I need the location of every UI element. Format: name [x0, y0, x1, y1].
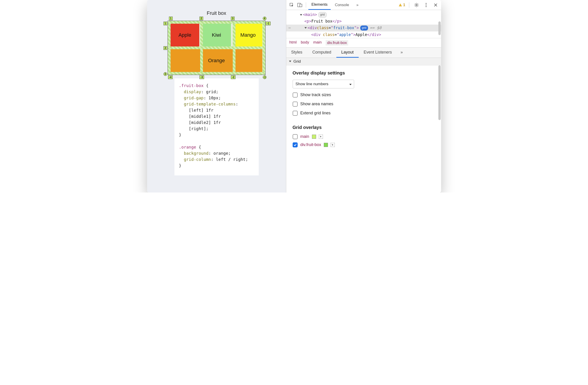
- dom-node-p[interactable]: <p>Fruit box</p>: [286, 18, 441, 25]
- cell-kiwi: Kiwi: [202, 24, 231, 46]
- checkbox[interactable]: [293, 102, 298, 107]
- checkbox-label: Show track sizes: [300, 92, 331, 97]
- grid-col-badge-neg: -1: [263, 75, 266, 79]
- crumb[interactable]: html: [290, 40, 297, 45]
- overlay-name: main: [300, 134, 309, 139]
- close-icon[interactable]: [432, 1, 439, 9]
- overlay-name: div.fruit-box: [300, 142, 321, 147]
- crumb[interactable]: body: [301, 40, 309, 45]
- tab-elements[interactable]: Elements: [308, 0, 331, 10]
- grid-badge[interactable]: grid: [318, 12, 327, 17]
- dom-tree[interactable]: <main>grid <p>Fruit box</p> ⋯ <div class…: [286, 10, 441, 38]
- scrollbar[interactable]: [438, 21, 441, 36]
- rendered-page-pane: Fruit box 1 2 3 4 1 2 3 -1 -4 -3 -2 -1: [147, 0, 286, 192]
- color-swatch[interactable]: [324, 143, 328, 147]
- grid-row-badge-neg: -1: [266, 22, 271, 25]
- reveal-icon[interactable]: [331, 143, 335, 147]
- overlay-row-fruitbox[interactable]: div.fruit-box: [293, 142, 435, 147]
- styles-subtabs: Styles Computed Layout Event Listeners »: [286, 48, 441, 58]
- crumb[interactable]: main: [313, 40, 322, 45]
- cell-apple: Apple: [170, 24, 199, 46]
- check-extend-lines[interactable]: Extend grid lines: [293, 111, 435, 116]
- grid-row-badge: 3: [164, 72, 167, 76]
- line-numbers-select[interactable]: Show line numbers: [293, 80, 354, 88]
- svg-line-10: [415, 6, 415, 6]
- dom-node-main[interactable]: <main>grid: [286, 11, 441, 18]
- grid-section-label: Grid: [294, 59, 301, 64]
- grid-col-badge-neg: -2: [231, 75, 236, 79]
- svg-line-9: [418, 6, 418, 6]
- checkbox[interactable]: [293, 134, 298, 139]
- ellipsis-icon[interactable]: ⋯: [289, 25, 291, 31]
- check-area-names[interactable]: Show area names: [293, 102, 435, 107]
- select-value: Show line numbers: [295, 82, 329, 86]
- subtab-computed[interactable]: Computed: [307, 48, 336, 58]
- dollar-zero: == $0: [370, 25, 381, 31]
- scrollbar[interactable]: [438, 65, 441, 190]
- overlay-settings-title: Overlay display settings: [293, 70, 435, 76]
- grid-badge-active[interactable]: grid: [360, 25, 368, 30]
- grid-col-badge: 1: [169, 17, 173, 20]
- grid-col-badge: 2: [199, 17, 203, 20]
- gear-icon[interactable]: [413, 1, 420, 9]
- warnings-badge[interactable]: 1: [399, 3, 405, 7]
- check-track-sizes[interactable]: Show track sizes: [293, 92, 435, 98]
- page-title: Fruit box: [207, 10, 226, 16]
- color-swatch[interactable]: [312, 135, 316, 139]
- grid-row-badge: 2: [164, 46, 167, 50]
- cell-mango: Mango: [234, 24, 263, 46]
- overlay-row-main[interactable]: main: [293, 134, 435, 139]
- subtab-more[interactable]: »: [397, 48, 406, 58]
- crumb-selected[interactable]: div.fruit-box: [326, 40, 348, 45]
- grid-row-badge: 1: [164, 22, 167, 25]
- svg-point-13: [426, 4, 426, 5]
- tab-more[interactable]: »: [353, 0, 362, 10]
- grid-col-badge-neg: -4: [168, 75, 173, 79]
- chevron-down-icon: [349, 82, 352, 86]
- grid-col-badge-neg: -3: [199, 75, 204, 79]
- checkbox[interactable]: [293, 111, 298, 116]
- subtab-styles[interactable]: Styles: [286, 48, 307, 58]
- grid-overlay-wrap: 1 2 3 4 1 2 3 -1 -4 -3 -2 -1 Apple Kiwi …: [168, 21, 266, 75]
- grid-overlays-title: Grid overlays: [293, 125, 435, 130]
- inspect-icon[interactable]: [288, 1, 295, 9]
- css-code-block: .fruit-box { display: grid; grid-gap: 10…: [174, 78, 259, 175]
- fruit-box-grid: Apple Kiwi Mango Orange: [168, 21, 266, 75]
- svg-point-14: [426, 6, 426, 7]
- warnings-count: 1: [403, 3, 405, 7]
- svg-point-12: [426, 3, 426, 4]
- dom-node-apple[interactable]: <div class="apple">Apple</div>: [286, 31, 441, 38]
- app-window: Fruit box 1 2 3 4 1 2 3 -1 -4 -3 -2 -1: [147, 0, 441, 192]
- checkbox-label: Show area names: [300, 102, 333, 107]
- device-toggle-icon[interactable]: [296, 1, 304, 9]
- dom-node-fruitbox[interactable]: ⋯ <div class="fruit-box">grid== $0: [286, 25, 441, 31]
- devtools-toolbar: Elements Console » 1: [286, 0, 441, 10]
- layout-body: Overlay display settings Show line numbe…: [286, 65, 441, 192]
- devtools-pane: Elements Console » 1: [286, 0, 441, 192]
- subtab-events[interactable]: Event Listeners: [359, 48, 397, 58]
- grid-col-badge: 4: [263, 17, 266, 20]
- grid-section-header[interactable]: Grid: [286, 58, 441, 65]
- tab-console[interactable]: Console: [332, 0, 352, 10]
- checkbox-checked[interactable]: [293, 142, 298, 147]
- grid-col-badge: 3: [231, 17, 235, 20]
- svg-rect-2: [300, 4, 302, 7]
- svg-line-8: [415, 3, 415, 4]
- svg-point-3: [416, 4, 417, 6]
- subtab-layout[interactable]: Layout: [336, 48, 359, 58]
- cell-orange: Orange: [170, 49, 263, 72]
- checkbox[interactable]: [293, 92, 298, 98]
- checkbox-label: Extend grid lines: [300, 111, 331, 115]
- svg-line-11: [418, 3, 418, 4]
- reveal-icon[interactable]: [319, 135, 323, 139]
- kebab-icon[interactable]: [422, 1, 430, 9]
- breadcrumb[interactable]: html body main div.fruit-box: [286, 38, 441, 48]
